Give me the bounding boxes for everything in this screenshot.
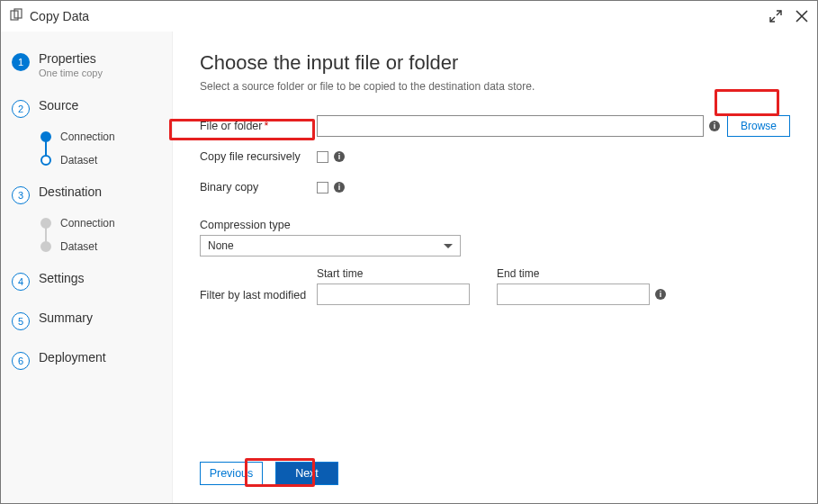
info-icon[interactable]: i [655, 289, 666, 300]
info-icon[interactable]: i [334, 182, 345, 193]
substep-dot [40, 218, 51, 229]
substep-dest-dataset[interactable]: Dataset [40, 235, 172, 258]
maximize-icon[interactable] [769, 9, 783, 23]
filter-label: Filter by last modified [200, 289, 317, 302]
binary-copy-label: Binary copy [200, 181, 317, 194]
file-or-folder-input[interactable] [317, 115, 704, 137]
step-source[interactable]: 2 Source [1, 94, 172, 125]
substep-label: Dataset [60, 240, 97, 253]
step-number: 4 [12, 273, 30, 291]
filter-row: Filter by last modified Start time End t… [200, 267, 790, 305]
end-time-label: End time [497, 267, 650, 280]
step-summary[interactable]: 5 Summary [1, 307, 172, 338]
compression-label: Compression type [200, 219, 790, 231]
copy-data-wizard: Copy Data 1 Properties One time copy 2 [0, 0, 818, 504]
file-or-folder-row: File or folder* i Browse [200, 114, 790, 138]
end-time-input[interactable] [497, 284, 650, 305]
page-title: Choose the input file or folder [200, 51, 790, 75]
start-time-label: Start time [317, 267, 470, 280]
page-subtitle: Select a source folder or file to be cop… [200, 80, 790, 93]
substep-dot [40, 241, 51, 252]
chevron-down-icon [444, 244, 453, 248]
step-deployment[interactable]: 6 Deployment [1, 346, 172, 377]
step-label: Settings [39, 271, 85, 285]
step-label: Properties [39, 51, 103, 66]
start-time-input[interactable] [317, 284, 470, 305]
substep-source-connection[interactable]: Connection [40, 125, 172, 148]
step-number: 2 [12, 100, 30, 118]
info-icon[interactable]: i [334, 151, 345, 162]
copy-recursive-label: Copy file recursively [200, 150, 317, 163]
step-number: 5 [12, 312, 30, 330]
substep-label: Connection [60, 130, 115, 143]
step-label: Source [39, 98, 78, 112]
browse-button[interactable]: Browse [727, 115, 790, 137]
wizard-footer: Previous Next [200, 453, 790, 485]
app-icon [10, 8, 24, 25]
substep-dest-connection[interactable]: Connection [40, 212, 172, 235]
binary-copy-row: Binary copy i [200, 176, 790, 199]
substep-source-dataset[interactable]: Dataset [40, 148, 172, 172]
previous-button[interactable]: Previous [200, 462, 263, 485]
step-number: 6 [12, 352, 30, 370]
copy-recursive-row: Copy file recursively i [200, 145, 790, 168]
step-label: Deployment [39, 350, 106, 364]
highlight-browse [715, 89, 779, 116]
step-settings[interactable]: 4 Settings [1, 267, 172, 298]
substep-dot [40, 155, 51, 166]
compression-block: Compression type None [200, 219, 790, 256]
source-substeps: Connection Dataset [40, 125, 172, 172]
step-number: 1 [12, 53, 30, 71]
close-icon[interactable] [796, 10, 808, 22]
destination-substeps: Connection Dataset [40, 212, 172, 258]
info-icon[interactable]: i [709, 121, 720, 131]
step-properties[interactable]: 1 Properties One time copy [1, 48, 172, 86]
wizard-sidebar: 1 Properties One time copy 2 Source Conn… [1, 32, 173, 503]
copy-recursive-checkbox[interactable] [317, 151, 328, 163]
step-label: Destination [39, 184, 102, 199]
next-button[interactable]: Next [275, 462, 338, 485]
substep-label: Dataset [60, 154, 97, 166]
step-number: 3 [12, 186, 30, 204]
title-bar: Copy Data [1, 1, 817, 32]
file-or-folder-label: File or folder* [200, 120, 317, 132]
compression-value: None [208, 239, 234, 252]
main-panel: Choose the input file or folder Select a… [173, 32, 817, 503]
window-title: Copy Data [30, 9, 89, 23]
step-label: Summary [39, 310, 93, 325]
step-destination[interactable]: 3 Destination [1, 181, 172, 212]
binary-copy-checkbox[interactable] [317, 182, 328, 194]
substep-label: Connection [60, 217, 115, 230]
compression-select[interactable]: None [200, 235, 461, 256]
step-sublabel: One time copy [39, 68, 103, 78]
substep-dot [40, 131, 51, 142]
